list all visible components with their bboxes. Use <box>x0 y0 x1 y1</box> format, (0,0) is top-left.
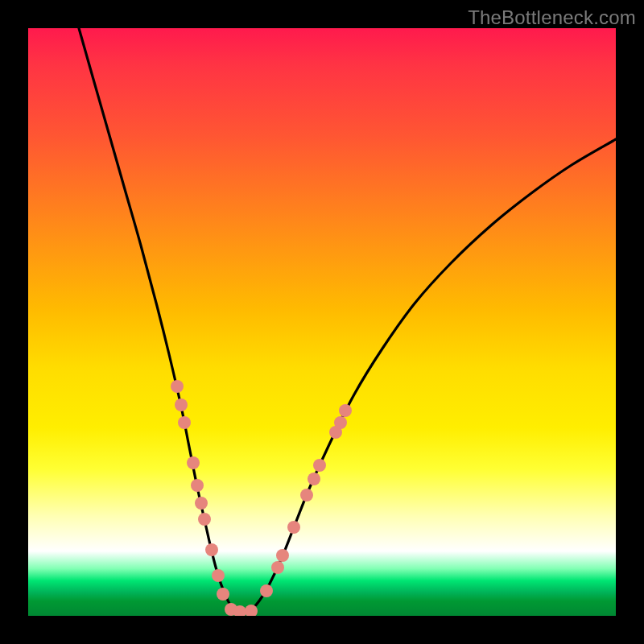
data-dot <box>300 489 313 502</box>
data-dot <box>271 561 284 574</box>
data-dot <box>178 416 191 429</box>
plot-area <box>28 28 616 616</box>
watermark-text: TheBottleneck.com <box>468 6 636 29</box>
data-dot <box>276 549 289 562</box>
curve-right-branch <box>237 139 616 612</box>
curve-left-branch <box>79 28 237 612</box>
data-dot <box>212 569 225 582</box>
data-dot <box>175 398 188 411</box>
data-dot <box>195 497 208 510</box>
data-dot <box>313 459 326 472</box>
data-dot <box>339 404 352 417</box>
data-dot <box>171 380 184 393</box>
data-dot <box>217 588 229 601</box>
chart-container: TheBottleneck.com <box>0 0 644 644</box>
data-dot <box>191 479 204 492</box>
chart-svg <box>28 28 616 616</box>
data-dot <box>205 543 218 556</box>
data-dot <box>334 416 347 429</box>
data-dot <box>308 473 320 485</box>
data-dot <box>198 513 211 526</box>
data-dot <box>260 584 273 597</box>
data-dot <box>287 521 300 534</box>
data-dots-group <box>171 380 352 616</box>
data-dot <box>187 456 200 469</box>
